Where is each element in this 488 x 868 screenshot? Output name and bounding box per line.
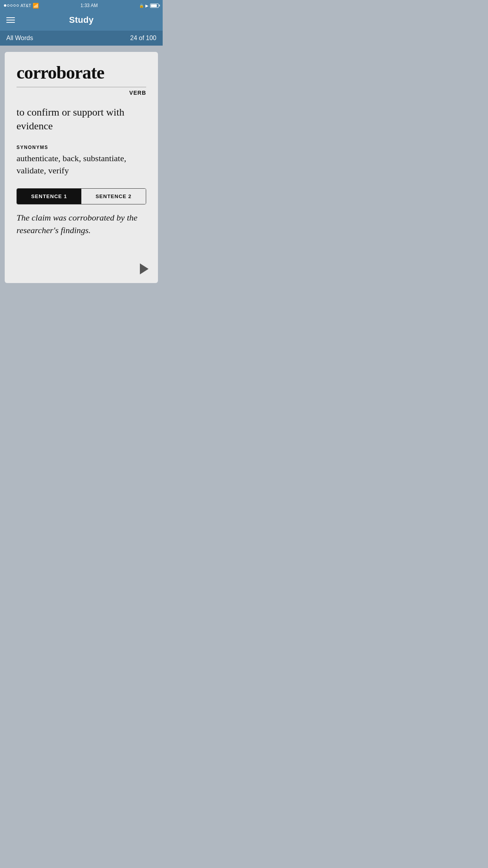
status-bar: AT&T ︎📶 1:33 AM 🔒 ▶: [0, 0, 163, 11]
sub-header: All Words 24 of 100: [0, 31, 163, 46]
location-icon: ▶: [145, 4, 149, 8]
page-title: Study: [69, 15, 94, 25]
filter-label[interactable]: All Words: [6, 35, 33, 42]
word-title: corroborate: [17, 63, 146, 87]
next-button[interactable]: [140, 263, 149, 274]
sentence-1-button[interactable]: SENTENCE 1: [17, 189, 81, 204]
hamburger-line-2: [6, 20, 15, 20]
synonyms-label: SYNONYMS: [17, 145, 146, 150]
next-arrow-icon: [140, 263, 149, 274]
battery-fill: [151, 4, 157, 7]
part-of-speech: VERB: [17, 90, 146, 96]
synonyms-text: authenticate, back, substantiate, valida…: [17, 153, 146, 177]
signal-dot-4: [13, 4, 16, 7]
status-time: 1:33 AM: [81, 3, 98, 8]
hamburger-line-1: [6, 17, 15, 18]
word-card: corroborate VERB to confirm or support w…: [5, 52, 158, 283]
battery-indicator: [150, 4, 159, 8]
wifi-icon: ︎📶: [33, 3, 39, 9]
signal-strength: [4, 4, 19, 7]
signal-dot-1: [4, 4, 6, 7]
signal-dot-2: [7, 4, 9, 7]
app-header: Study: [0, 11, 163, 31]
word-count: 24 of 100: [130, 35, 156, 42]
signal-dot-3: [10, 4, 13, 7]
card-wrapper: corroborate VERB to confirm or support w…: [0, 46, 163, 289]
carrier-label: AT&T: [20, 3, 31, 8]
signal-dot-5: [17, 4, 19, 7]
status-left: AT&T ︎📶: [4, 3, 39, 9]
word-definition: to confirm or support with evidence: [17, 105, 146, 133]
hamburger-line-3: [6, 22, 15, 23]
sentence-text: The claim was corroborated by the resear…: [17, 211, 146, 237]
sentence-2-button[interactable]: SENTENCE 2: [81, 189, 146, 204]
sentence-toggle: SENTENCE 1 SENTENCE 2: [17, 188, 146, 204]
status-right: 🔒 ▶: [139, 4, 159, 8]
lock-icon: 🔒: [139, 4, 144, 8]
menu-button[interactable]: [6, 17, 15, 23]
